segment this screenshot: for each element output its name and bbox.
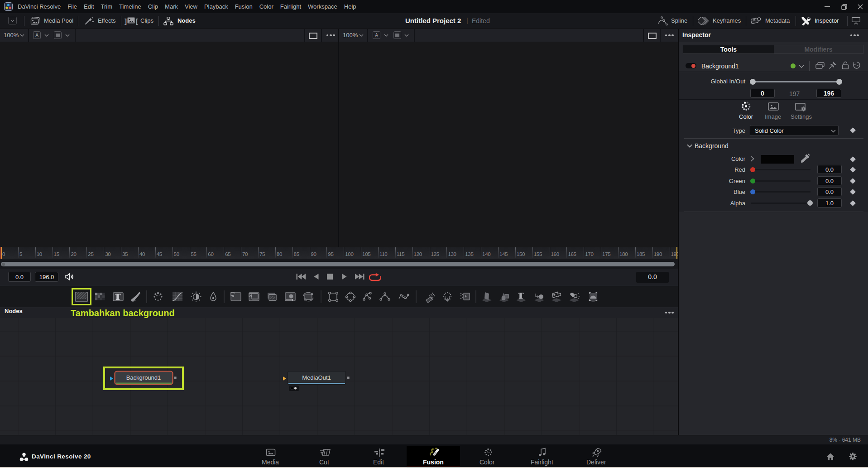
svg-text:A: A xyxy=(35,33,38,38)
svg-text:MediaOut1: MediaOut1 xyxy=(302,374,331,381)
svg-text:Background1: Background1 xyxy=(126,374,161,381)
svg-text:A: A xyxy=(375,33,378,38)
